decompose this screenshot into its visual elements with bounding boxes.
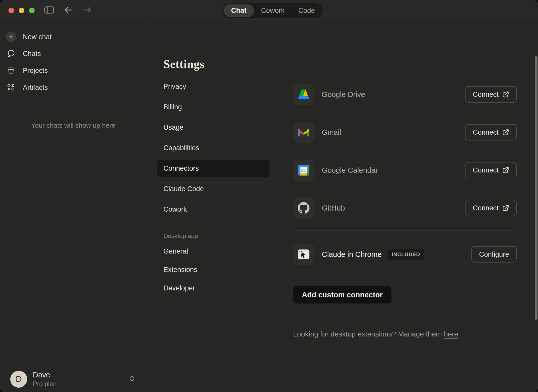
external-link-icon	[502, 205, 509, 212]
close-window-button[interactable]	[8, 8, 14, 13]
back-arrow-icon[interactable]	[64, 6, 73, 15]
desktop-app-section-label: Desktop app	[163, 232, 270, 240]
settings-nav-developer[interactable]: Developer	[157, 280, 270, 296]
user-plan: Pro plan	[33, 380, 57, 388]
desktop-extensions-note: Looking for desktop extensions? Manage t…	[293, 330, 517, 338]
connect-button-label: Connect	[473, 128, 499, 136]
box-icon	[6, 65, 16, 76]
plus-icon	[6, 31, 16, 42]
connect-button-github[interactable]: Connect	[465, 200, 517, 216]
settings-nav-usage[interactable]: Usage	[157, 119, 270, 136]
chat-bubble-icon	[6, 48, 16, 59]
github-icon	[293, 198, 314, 219]
connector-row-gmail: Gmail Connect	[293, 122, 517, 143]
gmail-icon	[293, 122, 314, 143]
add-custom-connector-button[interactable]: Add custom connector	[293, 286, 391, 303]
forward-arrow-icon[interactable]	[83, 6, 92, 15]
shapes-icon	[6, 82, 16, 93]
connector-name: Claude in Chrome	[322, 250, 382, 259]
sidebar-item-label: Chats	[23, 50, 41, 58]
scrollbar[interactable]	[535, 56, 537, 320]
sidebar-item-label: Projects	[23, 67, 48, 75]
note-text: Looking for desktop extensions? Manage t…	[293, 330, 444, 338]
nav-controls	[44, 6, 92, 15]
minimize-window-button[interactable]	[19, 8, 24, 13]
page-title: Settings	[163, 57, 538, 71]
connect-button-gmail[interactable]: Connect	[465, 124, 517, 140]
section-divider	[296, 230, 513, 231]
sidebar: New chat Chats Projects	[0, 21, 147, 392]
connector-name: Gmail	[322, 128, 341, 137]
user-meta: Dave Pro plan	[33, 371, 57, 388]
sidebar-toggle-icon[interactable]	[44, 6, 54, 15]
connect-button-label: Connect	[473, 204, 499, 212]
tab-cowork[interactable]: Cowork	[254, 4, 292, 17]
google-calendar-icon: 31	[293, 160, 314, 181]
sidebar-item-chats[interactable]: Chats	[6, 45, 147, 62]
user-menu[interactable]: D Dave Pro plan	[0, 366, 147, 392]
connector-name: GitHub	[322, 204, 345, 212]
sidebar-item-projects[interactable]: Projects	[6, 62, 147, 79]
included-badge: INCLUDED	[388, 249, 424, 260]
sidebar-item-label: Artifacts	[23, 84, 48, 92]
external-link-icon	[502, 129, 509, 136]
connector-row-google-calendar: 31 Google Calendar Connect	[293, 160, 517, 181]
settings-nav-extensions[interactable]: Extensions	[157, 262, 270, 278]
empty-chats-message: Your chats will show up here	[0, 122, 147, 129]
chevron-up-down-icon	[129, 375, 135, 383]
main-content: Settings Privacy Billing Usage Capabilit…	[147, 21, 538, 392]
settings-content: Privacy Billing Usage Capabilities Conne…	[163, 78, 538, 338]
titlebar: Chat Cowork Code	[0, 0, 538, 21]
desktop-app-nav: General Extensions Developer	[163, 243, 270, 296]
tab-chat[interactable]: Chat	[223, 4, 254, 17]
settings-nav: Privacy Billing Usage Capabilities Conne…	[163, 78, 270, 338]
sidebar-nav: New chat Chats Projects	[0, 21, 147, 96]
scrolled-row-remnant	[445, 91, 461, 93]
connect-button-label: Connect	[473, 91, 499, 99]
configure-button-label: Configure	[479, 251, 509, 258]
connect-button-google-calendar[interactable]: Connect	[465, 162, 517, 178]
sidebar-spacer	[0, 129, 147, 366]
sidebar-item-artifacts[interactable]: Artifacts	[6, 79, 147, 96]
settings-nav-general[interactable]: General	[157, 243, 270, 259]
manage-here-link[interactable]: here	[444, 330, 458, 338]
tab-code[interactable]: Code	[292, 4, 322, 17]
google-drive-icon	[293, 84, 314, 105]
settings-nav-billing[interactable]: Billing	[157, 99, 270, 115]
app-body: New chat Chats Projects	[0, 21, 538, 392]
settings-nav-cowork[interactable]: Cowork	[157, 201, 270, 218]
connector-name: Google Calendar	[322, 166, 378, 175]
configure-button[interactable]: Configure	[471, 246, 517, 263]
user-name: Dave	[33, 371, 57, 379]
external-link-icon	[502, 91, 509, 98]
sidebar-item-label: New chat	[23, 33, 52, 41]
app-window: Chat Cowork Code New chat	[0, 0, 538, 392]
settings-nav-privacy[interactable]: Privacy	[157, 78, 270, 95]
avatar: D	[10, 371, 27, 388]
connect-button-label: Connect	[473, 166, 499, 174]
browser-cursor-icon	[293, 244, 314, 265]
settings-nav-connectors[interactable]: Connectors	[157, 160, 270, 177]
connector-row-google-drive: Google Drive Connect	[293, 84, 517, 105]
settings-nav-capabilities[interactable]: Capabilities	[157, 139, 270, 156]
external-link-icon	[502, 167, 509, 174]
connectors-panel: Google Drive Connect	[293, 78, 517, 338]
maximize-window-button[interactable]	[29, 8, 35, 13]
window-controls	[8, 8, 35, 13]
connector-row-claude-in-chrome: Claude in Chrome INCLUDED Configure	[293, 244, 517, 265]
mode-tabs: Chat Cowork Code	[222, 3, 323, 18]
connector-name: Google Drive	[322, 90, 365, 99]
svg-text:31: 31	[301, 168, 306, 173]
connector-row-github: GitHub Connect	[293, 198, 517, 219]
sidebar-item-new-chat[interactable]: New chat	[6, 28, 147, 45]
settings-nav-claude-code[interactable]: Claude Code	[157, 180, 270, 197]
connect-button-google-drive[interactable]: Connect	[465, 86, 517, 103]
